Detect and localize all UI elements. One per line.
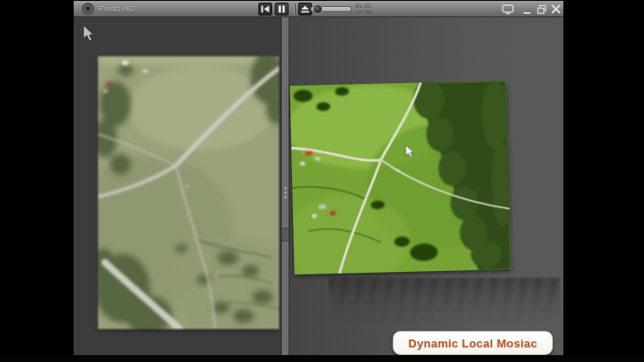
player-window: Pivart HD	[74, 1, 563, 355]
seek-slider[interactable]	[310, 6, 352, 12]
display-mode-button[interactable]	[501, 3, 514, 15]
splitter-grip-dot	[284, 187, 287, 190]
monitor-icon	[502, 4, 514, 15]
scrollbar-notch	[282, 228, 289, 242]
letterbox-bar	[0, 355, 644, 362]
time-total: 14:46	[355, 10, 371, 16]
splitter-grip-dot	[284, 191, 287, 194]
titlebar[interactable]: Pivart HD	[74, 1, 563, 17]
source-aerial-photo	[98, 56, 279, 329]
dynamic-local-mosaic-button[interactable]: Dynamic Local Mosiac	[393, 331, 553, 355]
splitter-grip-dot	[284, 196, 287, 198]
toolbar-divider	[294, 3, 295, 15]
eject-icon	[301, 5, 309, 13]
playhead-knob[interactable]	[313, 4, 322, 14]
skip-back-button[interactable]	[258, 3, 272, 16]
app-logo-icon	[81, 3, 94, 16]
minimize-icon	[523, 4, 531, 15]
mosaic-result-pane	[289, 17, 563, 355]
pause-button[interactable]	[275, 3, 289, 16]
compression-artifact-smudge	[329, 277, 561, 326]
source-image-pane	[74, 17, 281, 355]
close-icon	[551, 4, 561, 14]
close-button[interactable]	[550, 3, 563, 15]
minimize-button[interactable]	[520, 3, 533, 15]
restore-button[interactable]	[535, 3, 548, 15]
pointer-cursor-icon	[83, 25, 95, 42]
viewer-content	[74, 17, 563, 355]
dynamic-local-mosaic-label: Dynamic Local Mosiac	[408, 337, 537, 350]
pane-splitter-scrollbar[interactable]	[281, 17, 289, 355]
skip-back-icon	[261, 5, 270, 13]
mosaic-aerial-photo	[289, 81, 511, 275]
time-display: 01:22 14:46	[355, 3, 371, 15]
pause-icon	[278, 5, 285, 13]
video-frame: Pivart HD	[0, 0, 644, 362]
restore-icon	[537, 4, 547, 15]
window-title: Pivart HD	[99, 4, 134, 13]
